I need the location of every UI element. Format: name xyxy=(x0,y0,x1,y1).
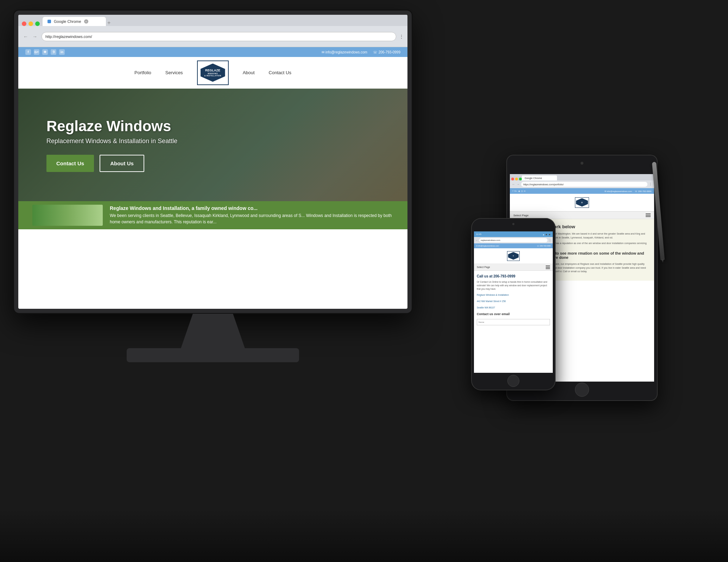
tablet-forward[interactable]: → xyxy=(517,183,520,186)
phone-contact-title: Contact us over email xyxy=(477,312,550,316)
close-button[interactable] xyxy=(22,21,26,26)
phone-site-topbar: ✉ info@reglazewindows.com ☏ 206-793-0999 xyxy=(474,243,553,248)
tab-close-button[interactable]: × xyxy=(84,19,88,24)
yelp-icon[interactable]: ✤ xyxy=(42,49,48,55)
hero-subtitle: Replacement Windows & Installation in Se… xyxy=(46,138,177,145)
more-options-button[interactable]: ⋮ xyxy=(399,34,404,39)
tablet-nav: R xyxy=(510,194,654,211)
site-logo[interactable]: REGLAZE WINDOWS & INSTALLATION xyxy=(197,60,229,85)
minimize-button[interactable] xyxy=(29,21,33,26)
facebook-icon[interactable]: f xyxy=(25,49,31,55)
phone-address-bar[interactable]: reglazewindows.com xyxy=(479,238,547,242)
stylus-tip xyxy=(661,259,664,263)
hero-buttons: Contact Us About Us xyxy=(46,155,177,172)
tablet-max-btn[interactable] xyxy=(519,178,522,180)
phone-select-page: Select Page xyxy=(474,264,553,271)
phone-time: 12:45 xyxy=(476,233,481,235)
tablet-tab-title: Google Chrome xyxy=(525,177,542,179)
site-email: ✉ info@reglazewindows.com xyxy=(322,50,367,54)
tablet-fb-icon: f xyxy=(513,190,513,192)
tab-title: Google Chrome xyxy=(54,19,81,24)
window-controls xyxy=(22,21,40,26)
monitor: Google Chrome × + ← → http://reglazewind… xyxy=(0,0,440,387)
tablet-close-btn[interactable] xyxy=(511,178,514,180)
monitor-frame: Google Chrome × + ← → http://reglazewind… xyxy=(14,11,412,313)
logo-main-text: REGLAZE xyxy=(204,69,221,72)
maximize-button[interactable] xyxy=(35,21,40,26)
phone-content: Call us at 206-793-0999 Or Contact Us On… xyxy=(474,271,553,330)
tablet-camera xyxy=(581,162,583,165)
logo-diamond: REGLAZE WINDOWS & INSTALLATION xyxy=(199,62,227,83)
hero-title: Reglaze Windows xyxy=(46,118,177,135)
tablet-home-button[interactable] xyxy=(575,383,589,397)
address-bar[interactable]: http://reglazewindows.com/ xyxy=(42,32,396,41)
back-button[interactable]: ← xyxy=(22,34,30,39)
phone-address-city: Seattle WA 98107 xyxy=(477,306,550,309)
tablet-logo[interactable]: R xyxy=(575,197,589,208)
tablet-houzz-icon: ℬ xyxy=(521,190,523,192)
below-hero-text-content: Reglaze Windows and Installation, a fami… xyxy=(110,205,393,225)
phone-more[interactable]: ⋮ xyxy=(549,239,551,242)
tablet-email: ✉ info@reglazewindows.com xyxy=(604,190,632,192)
phone-select-label: Select Page xyxy=(477,266,490,268)
site-hero: Reglaze Windows Replacement Windows & In… xyxy=(18,89,407,201)
tablet-linkedin-icon: in xyxy=(524,190,526,192)
hero-content: Reglaze Windows Replacement Windows & In… xyxy=(46,118,177,172)
phone-frame: 12:45 ▲ ◾ ◾ ← reglazewindows.com ⋮ ✉ inf… xyxy=(471,218,556,390)
tablet-browser-bar: ← → https://reglazewindows.com/portfolio… xyxy=(510,180,654,188)
tablet-yelp-icon: ✤ xyxy=(518,190,520,192)
phone-site-email: ✉ info@reglazewindows.com xyxy=(476,245,499,247)
phone-site-phone: ☏ 206-793-0999 xyxy=(537,245,551,247)
tablet-address-bar[interactable]: https://reglazewindows.com/portfolio/ xyxy=(521,182,647,187)
tablet-url: https://reglazewindows.com/portfolio/ xyxy=(523,183,564,186)
tablet-top-bar: f G+ ✤ ℬ in ✉ info@reglazewindows.com ☏ … xyxy=(510,188,654,194)
tablet-contact-info: ✉ info@reglazewindows.com ☏ 206-793-0999 xyxy=(604,190,651,192)
phone-screen: 12:45 ▲ ◾ ◾ ← reglazewindows.com ⋮ ✉ inf… xyxy=(474,231,553,373)
tablet-min-btn[interactable] xyxy=(515,178,518,180)
contact-us-button[interactable]: Contact Us xyxy=(46,155,94,172)
phone-address-name: Reglaze Windows & Installation xyxy=(477,293,550,297)
phone-logo[interactable]: R xyxy=(507,251,520,261)
nav-arrows: ← → xyxy=(22,34,39,39)
nav-services[interactable]: Services xyxy=(165,70,183,75)
tab-favicon xyxy=(48,20,51,23)
phone-hamburger-1 xyxy=(546,266,550,266)
browser-tab[interactable]: Google Chrome × xyxy=(43,17,106,26)
scene: Google Chrome × + ← → http://reglazewind… xyxy=(0,0,728,562)
about-us-button[interactable]: About Us xyxy=(100,155,144,172)
hamburger-menu-icon[interactable] xyxy=(646,213,651,217)
phone-camera xyxy=(512,223,514,225)
monitor-screen: Google Chrome × + ← → http://reglazewind… xyxy=(18,15,407,309)
new-tab-button[interactable]: + xyxy=(107,20,110,26)
phone-call-title: Call us at 206-793-0999 xyxy=(477,274,550,278)
browser-tab-bar: Google Chrome × + xyxy=(18,15,407,26)
linkedin-icon[interactable]: in xyxy=(59,49,65,55)
phone-hamburger-icon[interactable] xyxy=(546,266,550,269)
below-hero-section: Reglaze Windows and Installation, a fami… xyxy=(18,201,407,229)
google-plus-icon[interactable]: G+ xyxy=(34,49,39,55)
phone-home-button[interactable] xyxy=(507,375,519,387)
tablet-phone: ☏ 206-793-0999 xyxy=(635,190,651,192)
forward-button[interactable]: → xyxy=(31,34,39,39)
nav-contact[interactable]: Contact Us xyxy=(269,70,291,75)
site-phone: ☏ 206-793-0999 xyxy=(373,50,400,54)
houzz-icon[interactable]: ℬ xyxy=(51,49,56,55)
tablet-win-btns xyxy=(511,178,522,180)
hamburger-line-1 xyxy=(646,213,651,214)
tablet-more[interactable]: ⋮ xyxy=(649,183,652,186)
phone-hamburger-3 xyxy=(546,268,550,269)
tablet-back[interactable]: ← xyxy=(512,183,515,186)
url-text: http://reglazewindows.com/ xyxy=(45,34,92,39)
nav-portfolio[interactable]: Portfolio xyxy=(134,70,151,75)
below-hero-title: Reglaze Windows and Installation, a fami… xyxy=(110,205,393,211)
tablet-browser-tab[interactable]: Google Chrome xyxy=(522,175,557,180)
phone-status-bar: 12:45 ▲ ◾ ◾ xyxy=(474,231,553,237)
phone: 12:45 ▲ ◾ ◾ ← reglazewindows.com ⋮ ✉ inf… xyxy=(471,218,556,390)
phone-name-input[interactable] xyxy=(477,319,550,325)
tablet-gplus-icon: G+ xyxy=(514,190,517,192)
browser-toolbar: ← → http://reglazewindows.com/ ⋮ xyxy=(18,26,407,47)
nav-about[interactable]: About xyxy=(243,70,255,75)
phone-back[interactable]: ← xyxy=(475,239,478,242)
hamburger-line-2 xyxy=(646,215,651,216)
tablet-logo-inner: R xyxy=(576,198,588,207)
